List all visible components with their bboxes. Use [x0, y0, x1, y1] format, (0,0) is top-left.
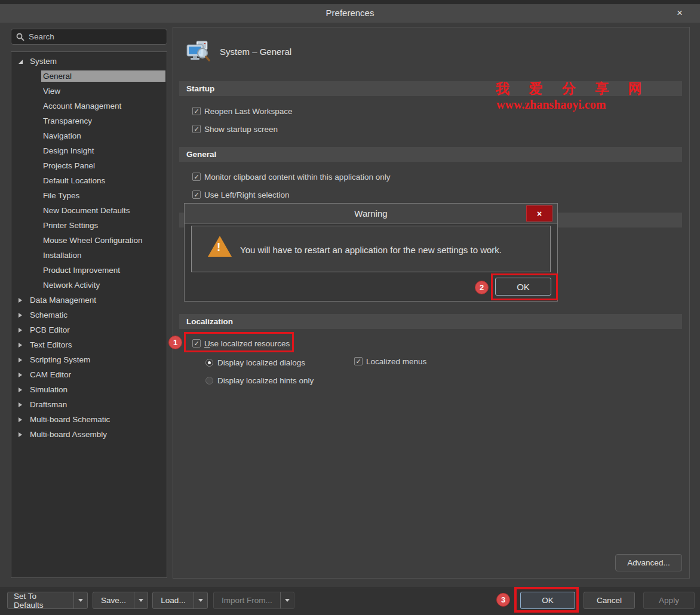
radio-unselected-icon[interactable] [205, 377, 213, 385]
tree-item-label: General [41, 70, 165, 82]
load-dropdown[interactable] [194, 592, 207, 608]
checkbox-icon[interactable]: ✓ [192, 107, 201, 115]
tree-item-projects-panel[interactable]: Projects Panel [11, 158, 167, 173]
save-dropdown[interactable] [134, 592, 148, 608]
set-to-defaults-dropdown[interactable] [74, 592, 87, 608]
close-icon: × [537, 209, 542, 219]
tree-item-design-insight[interactable]: Design Insight [11, 143, 167, 158]
collapsed-arrow-icon[interactable] [19, 340, 24, 349]
tree-item-label: Design Insight [41, 145, 96, 156]
collapsed-arrow-icon[interactable] [19, 296, 24, 305]
tree-item-label: CAM Editor [28, 369, 73, 380]
collapsed-arrow-icon[interactable] [19, 310, 24, 319]
tree-item-label: Mouse Wheel Configuration [41, 235, 145, 246]
checkbox-icon[interactable]: ✓ [192, 190, 201, 199]
tree-item-file-types[interactable]: File Types [11, 188, 167, 203]
radio-display-localized-dialogs[interactable]: Display localized dialogs [205, 358, 305, 367]
tree-item-navigation[interactable]: Navigation [11, 128, 167, 143]
annotation-step-2: 2 [475, 281, 489, 294]
tree-item-product-improvement[interactable]: Product Improvement [11, 263, 167, 278]
section-header-localization: Localization [179, 314, 682, 329]
tree-item-transparency[interactable]: Transparency [11, 113, 167, 128]
collapsed-arrow-icon[interactable] [19, 430, 24, 439]
tree-item-draftsman[interactable]: Draftsman [11, 397, 167, 412]
tree-item-new-document-defaults[interactable]: New Document Defaults [11, 203, 167, 218]
tree-item-view[interactable]: View [11, 84, 167, 99]
radio-display-localized-hints-only[interactable]: Display localized hints only [205, 376, 314, 385]
checkbox-reopen-last-workspace[interactable]: ✓ Reopen Last Workspace [192, 106, 293, 116]
advanced-button[interactable]: Advanced... [615, 554, 682, 571]
tree-item-default-locations[interactable]: Default Locations [11, 173, 167, 188]
checkbox-label: Monitor clipboard content within this ap… [204, 173, 390, 182]
annotation-rect-2 [491, 273, 558, 300]
tree-item-label: Transparency [41, 115, 94, 127]
tree-item-label: Scripting System [28, 354, 92, 365]
annotation-rect-3 [514, 587, 579, 613]
collapsed-arrow-icon[interactable] [19, 385, 24, 394]
collapsed-arrow-icon[interactable] [19, 400, 24, 409]
tree-item-label: Schematic [28, 309, 69, 321]
checkbox-monitor-clipboard[interactable]: ✓ Monitor clipboard content within this … [192, 172, 390, 182]
checkbox-localized-menus[interactable]: ✓ Localized menus [354, 356, 426, 366]
tree-item-network-activity[interactable]: Network Activity [11, 278, 167, 293]
tree-item-label: File Types [41, 190, 81, 201]
tree-item-mouse-wheel-configuration[interactable]: Mouse Wheel Configuration [11, 233, 167, 248]
tree-item-system[interactable]: System [11, 54, 167, 69]
annotation-rect-1 [184, 332, 294, 352]
warning-dialog-titlebar[interactable]: Warning × [185, 204, 557, 224]
collapsed-arrow-icon[interactable] [19, 370, 24, 379]
tree-item-label: New Document Defaults [41, 205, 132, 216]
search-input[interactable] [29, 32, 162, 41]
tree-item-multi-board-schematic[interactable]: Multi-board Schematic [11, 412, 167, 427]
search-icon [16, 33, 24, 41]
tree-item-printer-settings[interactable]: Printer Settings [11, 218, 167, 233]
collapsed-arrow-icon[interactable] [19, 415, 24, 424]
save-button[interactable]: Save... [93, 592, 148, 609]
checkbox-icon[interactable]: ✓ [354, 357, 363, 365]
radio-selected-icon[interactable] [205, 359, 213, 367]
tree-item-multi-board-assembly[interactable]: Multi-board Assembly [11, 427, 167, 442]
tree-item-account-management[interactable]: Account Management [11, 99, 167, 113]
tree-item-label: Navigation [41, 130, 83, 142]
tree-item-schematic[interactable]: Schematic [11, 308, 167, 322]
checkbox-use-left-right-selection[interactable]: ✓ Use Left/Right selection [192, 190, 290, 199]
tree-item-scripting-system[interactable]: Scripting System [11, 352, 167, 367]
tree-item-simulation[interactable]: Simulation [11, 382, 167, 397]
checkbox-icon[interactable]: ✓ [192, 173, 201, 181]
load-button[interactable]: Load... [152, 592, 208, 609]
tree-item-cam-editor[interactable]: CAM Editor [11, 367, 167, 382]
warning-dialog-title: Warning [185, 208, 557, 219]
tree-item-label: Projects Panel [41, 160, 97, 171]
load-label: Load... [153, 592, 194, 608]
radio-label: Display localized dialogs [217, 358, 305, 367]
warning-close-button[interactable]: × [526, 205, 552, 222]
checkbox-icon[interactable]: ✓ [192, 125, 201, 133]
checkbox-label: Show startup screen [204, 125, 278, 134]
warning-message: You will have to restart an application … [240, 226, 502, 273]
import-from-dropdown [281, 592, 294, 608]
tree-item-general[interactable]: General [11, 69, 167, 84]
tree-item-text-editors[interactable]: Text Editors [11, 337, 167, 352]
collapsed-arrow-icon[interactable] [19, 355, 24, 364]
checkbox-show-startup-screen[interactable]: ✓ Show startup screen [192, 124, 278, 134]
chevron-down-icon [139, 599, 143, 602]
section-title: Localization [186, 317, 233, 326]
search-box[interactable] [11, 29, 167, 45]
preferences-tree: SystemGeneralViewAccount ManagementTrans… [11, 51, 167, 578]
window-title: Preferences [0, 8, 700, 18]
expanded-arrow-icon[interactable] [19, 57, 24, 66]
warning-triangle-icon [208, 236, 232, 257]
window-close-icon[interactable]: × [673, 6, 687, 20]
checkbox-label: Use Left/Right selection [204, 190, 290, 199]
chevron-down-icon [78, 599, 83, 602]
cancel-button[interactable]: Cancel [584, 592, 635, 609]
tree-item-installation[interactable]: Installation [11, 248, 167, 263]
tree-item-data-management[interactable]: Data Management [11, 293, 167, 308]
tree-item-pcb-editor[interactable]: PCB Editor [11, 322, 167, 337]
set-to-defaults-button[interactable]: Set To Defaults [7, 592, 88, 609]
section-header-general: General [179, 147, 682, 162]
collapsed-arrow-icon[interactable] [19, 325, 24, 334]
tree-item-label: System [28, 56, 59, 67]
tree-item-label: Data Management [28, 294, 98, 306]
window-titlebar[interactable]: Preferences × [0, 4, 700, 23]
